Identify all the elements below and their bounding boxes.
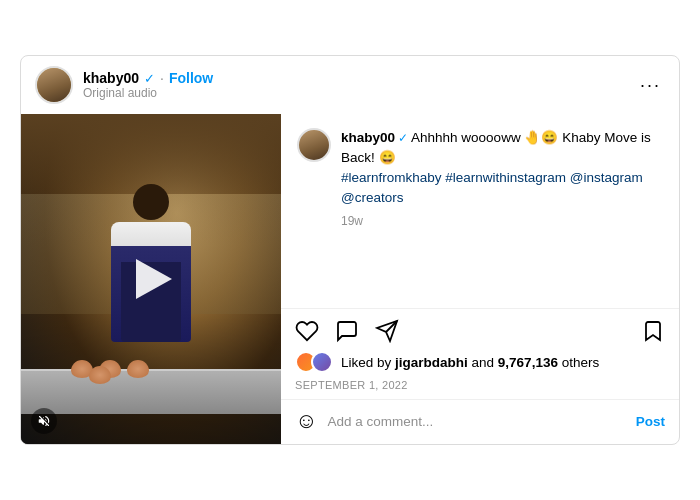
more-options-button[interactable]: ···: [636, 75, 665, 96]
instagram-post: khaby00 ✓ · Follow Original audio ···: [20, 55, 680, 445]
caption-verified-icon: ✓: [398, 131, 408, 145]
play-triangle-icon: [136, 259, 172, 299]
header-top-row: khaby00 ✓ · Follow: [83, 70, 213, 86]
post-comment-button[interactable]: Post: [636, 414, 665, 429]
emoji-icon: ☺: [295, 408, 317, 433]
share-button[interactable]: [375, 319, 399, 343]
bookmark-button[interactable]: [641, 319, 665, 343]
kitchen-counter: [21, 369, 281, 414]
liked-by-label: Liked by: [341, 355, 395, 370]
like-avatars: [295, 351, 333, 373]
dot-separator: ·: [160, 70, 164, 86]
caption-text-block: khaby00✓ Ahhhhh wooooww 🤚😄 Khaby Move is…: [341, 128, 663, 208]
mute-icon[interactable]: [31, 408, 57, 434]
username-label[interactable]: khaby00: [83, 70, 139, 86]
like-avatar-2: [311, 351, 333, 373]
original-audio-label: Original audio: [83, 86, 213, 100]
caption-hashtags[interactable]: #learnfromkhaby #learnwithinstagram @ins…: [341, 170, 643, 205]
like-count: 9,767,136: [498, 355, 558, 370]
comment-input-row: ☺ Post: [281, 399, 679, 444]
likes-row: Liked by jigarbdabhi and 9,767,136 other…: [281, 351, 679, 379]
and-label: and: [468, 355, 498, 370]
heart-icon: [295, 319, 319, 343]
video-background: [21, 114, 281, 444]
avatar[interactable]: [35, 66, 73, 104]
egg-4: [89, 366, 111, 384]
post-right-panel: khaby00✓ Ahhhhh wooooww 🤚😄 Khaby Move is…: [281, 114, 679, 444]
caption-time: 19w: [341, 214, 663, 228]
caption-area: khaby00✓ Ahhhhh wooooww 🤚😄 Khaby Move is…: [281, 114, 679, 308]
liker-name[interactable]: jigarbdabhi: [395, 355, 468, 370]
post-video[interactable]: [21, 114, 281, 444]
caption-avatar[interactable]: [297, 128, 331, 162]
likes-text: Liked by jigarbdabhi and 9,767,136 other…: [341, 355, 599, 370]
post-date: SEPTEMBER 1, 2022: [281, 379, 679, 399]
caption-username[interactable]: khaby00: [341, 130, 395, 145]
egg-3: [127, 360, 149, 378]
like-button[interactable]: [295, 319, 319, 343]
comment-input[interactable]: [327, 414, 625, 429]
header-info: khaby00 ✓ · Follow Original audio: [83, 70, 213, 100]
emoji-button[interactable]: ☺: [295, 408, 317, 434]
send-icon: [375, 319, 399, 343]
verified-icon: ✓: [144, 71, 155, 86]
follow-button[interactable]: Follow: [169, 70, 213, 86]
caption-header: khaby00✓ Ahhhhh wooooww 🤚😄 Khaby Move is…: [297, 128, 663, 208]
comment-icon: [335, 319, 359, 343]
action-icons-left: [295, 319, 399, 343]
header-left: khaby00 ✓ · Follow Original audio: [35, 66, 213, 104]
play-button[interactable]: [124, 252, 178, 306]
comment-button[interactable]: [335, 319, 359, 343]
post-actions: [281, 308, 679, 351]
post-content: khaby00✓ Ahhhhh wooooww 🤚😄 Khaby Move is…: [21, 114, 679, 444]
post-header: khaby00 ✓ · Follow Original audio ···: [21, 56, 679, 114]
others-label: others: [558, 355, 599, 370]
person-head: [133, 184, 169, 220]
ceiling-area: [21, 114, 281, 194]
bookmark-icon: [641, 319, 665, 343]
